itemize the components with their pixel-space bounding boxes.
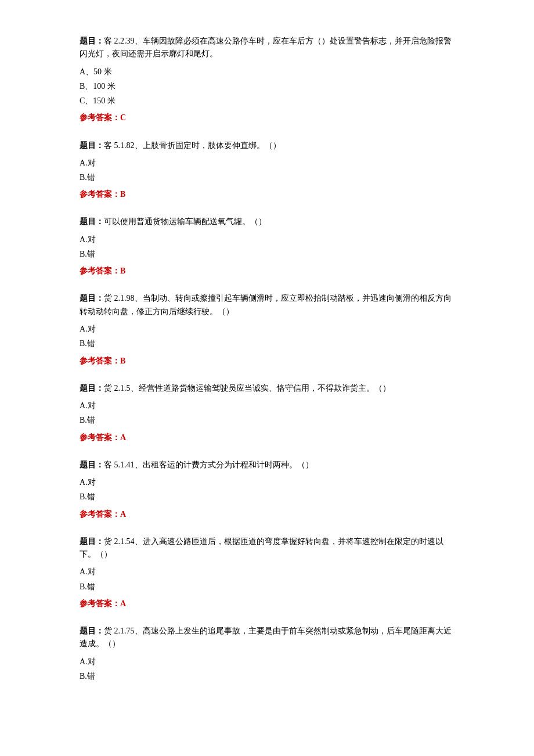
option-1-2: B、100 米 [80, 79, 454, 93]
answer-6: 参考答案：A [80, 507, 454, 521]
question-block-6: 题目：客 5.1.41、出租客运的计费方式分为计程和计时两种。（）A.对B.错参… [80, 459, 454, 521]
answer-5: 参考答案：A [80, 430, 454, 445]
question-title-8: 题目：货 2.1.75、高速公路上发生的追尾事故，主要是由于前车突然制动或紧急制… [80, 625, 454, 651]
question-title-2: 题目：客 5.1.82、上肢骨折固定时，肢体要伸直绑。（） [80, 139, 454, 152]
question-block-3: 题目：可以使用普通货物运输车辆配送氧气罐。（）A.对B.错参考答案：B [80, 215, 454, 278]
option-7-1: A.对 [80, 564, 454, 579]
question-prefix-5: 题目： [80, 384, 104, 393]
option-2-1: A.对 [80, 156, 454, 170]
question-prefix-3: 题目： [80, 217, 104, 226]
question-prefix-6: 题目： [80, 460, 104, 469]
option-5-1: A.对 [80, 398, 454, 413]
option-2-2: B.错 [80, 170, 454, 185]
question-prefix-1: 题目： [80, 37, 104, 45]
question-block-2: 题目：客 5.1.82、上肢骨折固定时，肢体要伸直绑。（）A.对B.错参考答案：… [80, 139, 454, 202]
option-8-2: B.错 [80, 669, 454, 683]
option-1-3: C、150 米 [80, 93, 454, 108]
answer-2: 参考答案：B [80, 187, 454, 201]
answer-7: 参考答案：A [80, 596, 454, 611]
option-4-1: A.对 [80, 322, 454, 336]
question-block-7: 题目：货 2.1.54、进入高速公路匝道后，根据匝道的弯度掌握好转向盘，并将车速… [80, 535, 454, 611]
question-prefix-8: 题目： [80, 627, 104, 635]
question-title-6: 题目：客 5.1.41、出租客运的计费方式分为计程和计时两种。（） [80, 459, 454, 471]
question-block-5: 题目：货 2.1.5、经营性道路货物运输驾驶员应当诚实、恪守信用，不得欺诈货主。… [80, 382, 454, 445]
option-3-2: B.错 [80, 247, 454, 261]
question-prefix-2: 题目： [80, 141, 104, 150]
answer-3: 参考答案：B [80, 264, 454, 278]
option-1-1: A、50 米 [80, 64, 454, 79]
question-prefix-7: 题目： [80, 537, 104, 546]
option-6-2: B.错 [80, 489, 454, 504]
question-title-5: 题目：货 2.1.5、经营性道路货物运输驾驶员应当诚实、恪守信用，不得欺诈货主。… [80, 382, 454, 395]
question-prefix-4: 题目： [80, 294, 104, 303]
question-block-8: 题目：货 2.1.75、高速公路上发生的追尾事故，主要是由于前车突然制动或紧急制… [80, 625, 454, 683]
answer-4: 参考答案：B [80, 354, 454, 368]
option-5-2: B.错 [80, 413, 454, 427]
option-3-1: A.对 [80, 232, 454, 247]
question-title-4: 题目：货 2.1.98、当制动、转向或擦撞引起车辆侧滑时，应立即松抬制动踏板，并… [80, 292, 454, 318]
question-title-1: 题目：客 2.2.39、车辆因故障必须在高速公路停车时，应在车后方（）处设置警告… [80, 35, 454, 61]
questions-container: 题目：客 2.2.39、车辆因故障必须在高速公路停车时，应在车后方（）处设置警告… [80, 35, 454, 683]
option-8-1: A.对 [80, 654, 454, 669]
option-7-2: B.错 [80, 579, 454, 594]
option-6-1: A.对 [80, 475, 454, 489]
option-4-2: B.错 [80, 336, 454, 351]
question-block-4: 题目：货 2.1.98、当制动、转向或擦撞引起车辆侧滑时，应立即松抬制动踏板，并… [80, 292, 454, 368]
question-title-7: 题目：货 2.1.54、进入高速公路匝道后，根据匝道的弯度掌握好转向盘，并将车速… [80, 535, 454, 561]
answer-1: 参考答案：C [80, 110, 454, 125]
question-block-1: 题目：客 2.2.39、车辆因故障必须在高速公路停车时，应在车后方（）处设置警告… [80, 35, 454, 125]
question-title-3: 题目：可以使用普通货物运输车辆配送氧气罐。（） [80, 215, 454, 228]
